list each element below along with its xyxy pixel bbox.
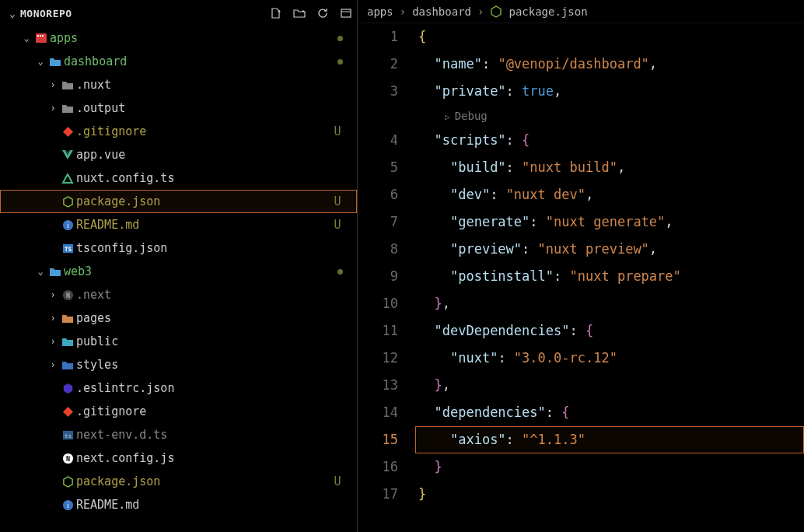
chevron-down-icon[interactable]: ⌄ <box>9 8 20 19</box>
tree-item-label: .output <box>76 101 343 115</box>
svg-marker-12 <box>63 383 72 393</box>
breadcrumb-item[interactable]: package.json <box>509 5 587 18</box>
tree-item-label: .nuxt <box>76 78 343 92</box>
git-status-badge: U <box>332 474 343 488</box>
file-explorer: ⌄ MONOREPO ⌄apps⌄dashboard›.nuxt›.output… <box>0 0 358 532</box>
code-editor[interactable]: 1234567891011121314151617 { "name": "@ve… <box>358 23 804 532</box>
tree-item-label: web3 <box>64 264 332 278</box>
svg-text:i: i <box>67 221 69 229</box>
line-number: 5 <box>358 154 398 181</box>
codelens-debug[interactable]: ▷Debug <box>415 105 804 127</box>
node-icon <box>59 196 76 208</box>
svg-text:N: N <box>65 292 69 299</box>
tree-file[interactable]: package.jsonU <box>0 190 357 213</box>
tree-file[interactable]: Nnext.config.js <box>0 446 357 470</box>
folder-blue-icon <box>59 360 76 370</box>
chevron-right-icon[interactable]: › <box>47 289 59 300</box>
code-line[interactable]: "private": true, <box>415 78 804 105</box>
code-line[interactable]: "dependencies": { <box>415 399 804 426</box>
code-line[interactable]: "name": "@venopi/dashboard", <box>415 51 804 78</box>
tree-item-label: .gitignore <box>76 404 343 418</box>
git-icon <box>59 126 76 138</box>
line-number: 8 <box>358 236 398 263</box>
tree-item-label: .gitignore <box>76 124 332 138</box>
tree-file[interactable]: .eslintrc.json <box>0 376 357 400</box>
new-file-icon[interactable] <box>270 7 282 19</box>
tree-file[interactable]: nuxt.config.ts <box>0 166 357 190</box>
tree-item-label: apps <box>50 31 332 45</box>
collapse-icon[interactable] <box>340 7 352 19</box>
chevron-right-icon: › <box>477 5 484 18</box>
refresh-icon[interactable] <box>316 7 329 19</box>
tree-item-label: .next <box>76 288 343 302</box>
tree-folder[interactable]: ›N.next <box>0 283 357 306</box>
line-number: 6 <box>358 181 398 208</box>
tree-item-label: nuxt.config.ts <box>76 171 343 185</box>
tree-file[interactable]: TStsconfig.json <box>0 236 357 260</box>
tree-folder[interactable]: ›styles <box>0 353 357 376</box>
chevron-right-icon[interactable]: › <box>47 79 59 90</box>
tree-folder[interactable]: ›.nuxt <box>0 73 357 96</box>
explorer-header: ⌄ MONOREPO <box>0 0 357 26</box>
code-line[interactable]: } <box>415 453 804 481</box>
next-dir-icon: N <box>59 289 76 301</box>
tree-folder[interactable]: ⌄web3 <box>0 260 357 283</box>
line-number: 13 <box>358 372 398 399</box>
line-number: 16 <box>358 453 398 481</box>
chevron-right-icon[interactable]: › <box>47 336 59 347</box>
git-status-badge: U <box>332 218 343 232</box>
code-line[interactable]: } <box>415 481 804 508</box>
tree-item-label: pages <box>76 311 343 325</box>
chevron-down-icon[interactable]: ⌄ <box>34 56 47 67</box>
tree-item-label: tsconfig.json <box>76 241 343 255</box>
chevron-down-icon[interactable]: ⌄ <box>34 266 47 277</box>
tree-file[interactable]: app.vue <box>0 143 357 166</box>
code-line[interactable]: "nuxt": "3.0.0-rc.12" <box>415 345 804 372</box>
code-line[interactable]: "generate": "nuxt generate", <box>415 208 804 236</box>
svg-rect-4 <box>42 35 44 37</box>
tree-folder[interactable]: ⌄dashboard <box>0 50 357 73</box>
tree-file[interactable]: .gitignore <box>0 400 357 423</box>
folder-cyan-icon <box>59 337 76 347</box>
tree-file[interactable]: .gitignoreU <box>0 120 357 143</box>
tree-item-label: next-env.d.ts <box>76 428 343 442</box>
tree-file[interactable]: tsnext-env.d.ts <box>0 423 357 446</box>
code-line[interactable]: "axios": "^1.1.3" <box>415 426 804 453</box>
code-line[interactable]: "postinstall": "nuxt prepare" <box>415 263 804 290</box>
tree-folder[interactable]: ⌄apps <box>0 26 357 50</box>
tree-item-label: next.config.js <box>76 451 343 465</box>
code-line[interactable]: }, <box>415 372 804 399</box>
tree-item-label: README.md <box>76 498 343 512</box>
tree-file[interactable]: iREADME.md <box>0 493 357 516</box>
code-content[interactable]: { "name": "@venopi/dashboard", "private"… <box>415 23 804 532</box>
svg-marker-5 <box>63 196 72 206</box>
tree-file[interactable]: package.jsonU <box>0 470 357 493</box>
tree-folder[interactable]: ›.output <box>0 96 357 120</box>
git-status-badge: U <box>332 194 343 208</box>
line-number: 17 <box>358 481 398 508</box>
tree-item-label: package.json <box>76 194 332 208</box>
chevron-right-icon[interactable]: › <box>47 103 59 114</box>
code-line[interactable]: "build": "nuxt build", <box>415 154 804 181</box>
editor-pane: apps › dashboard › package.json 12345678… <box>358 0 804 532</box>
new-folder-icon[interactable] <box>293 7 306 19</box>
file-tree[interactable]: ⌄apps⌄dashboard›.nuxt›.output.gitignoreU… <box>0 26 357 532</box>
tree-folder[interactable]: ›public <box>0 330 357 353</box>
code-line[interactable]: }, <box>415 290 804 317</box>
svg-text:ts: ts <box>64 432 71 439</box>
breadcrumb-item[interactable]: apps <box>367 5 393 18</box>
line-number: 7 <box>358 208 398 236</box>
code-line[interactable]: "devDependencies": { <box>415 317 804 345</box>
chevron-right-icon[interactable]: › <box>47 359 59 370</box>
code-line[interactable]: "scripts": { <box>415 127 804 154</box>
code-line[interactable]: "preview": "nuxt preview", <box>415 236 804 263</box>
breadcrumb-item[interactable]: dashboard <box>412 5 471 18</box>
chevron-right-icon[interactable]: › <box>47 313 59 324</box>
code-line[interactable]: { <box>415 23 804 51</box>
chevron-down-icon[interactable]: ⌄ <box>20 33 33 44</box>
tsconfig-icon: TS <box>59 243 76 254</box>
code-line[interactable]: "dev": "nuxt dev", <box>415 181 804 208</box>
tree-folder[interactable]: ›pages <box>0 306 357 330</box>
tree-file[interactable]: iREADME.mdU <box>0 213 357 236</box>
breadcrumbs[interactable]: apps › dashboard › package.json <box>358 0 804 23</box>
